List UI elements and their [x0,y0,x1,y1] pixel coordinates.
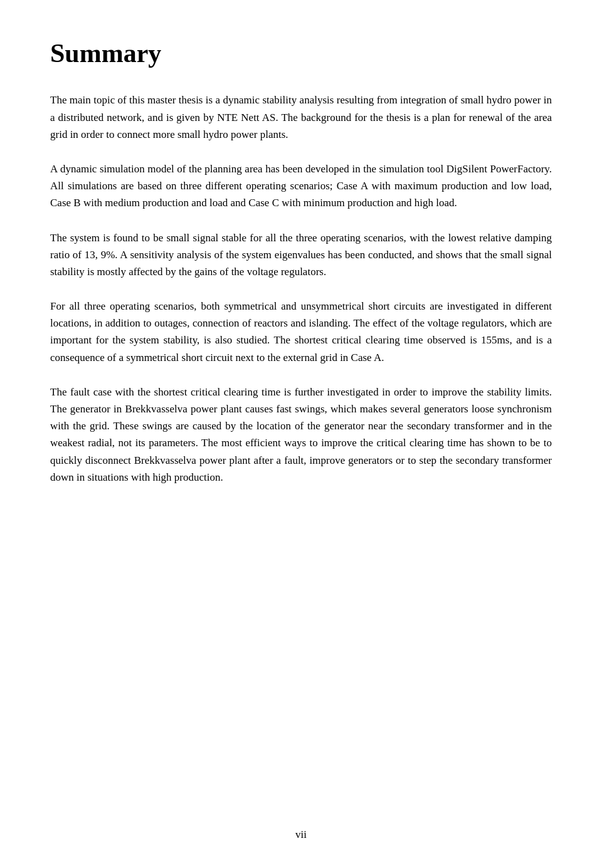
paragraph-3: The system is found to be small signal s… [50,229,552,281]
page: Summary The main topic of this master th… [0,0,602,868]
paragraph-2: A dynamic simulation model of the planni… [50,160,552,212]
paragraph-4: For all three operating scenarios, both … [50,298,552,366]
page-footer: vii [0,827,602,843]
paragraph-5: The fault case with the shortest critica… [50,384,552,486]
paragraph-1: The main topic of this master thesis is … [50,92,552,143]
page-title: Summary [50,38,552,69]
